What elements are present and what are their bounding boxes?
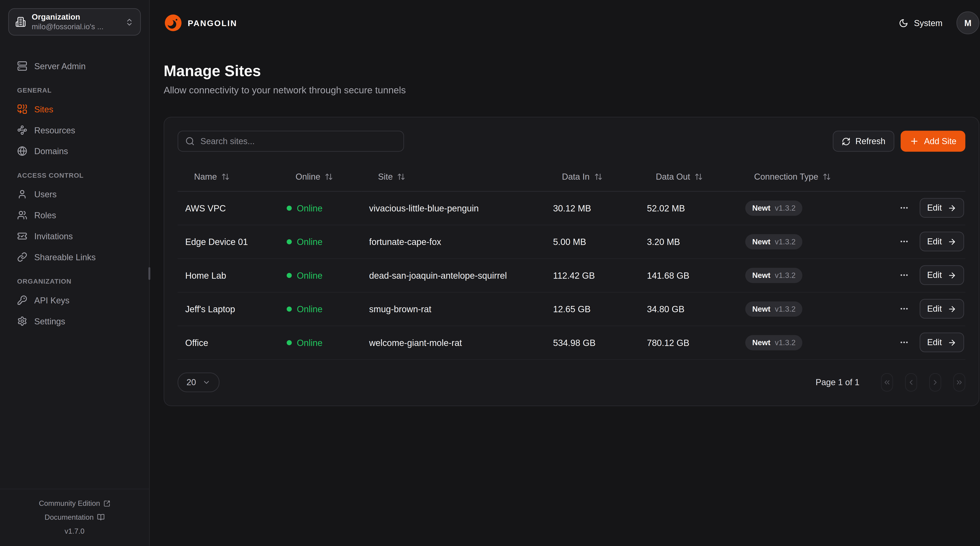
topbar-right: System M [899,11,979,34]
sort-icon [695,173,703,181]
sidebar: Organization milo@fossorial.io's ... Ser… [0,0,150,546]
arrow-right-icon [948,203,956,212]
online-dot-icon [287,206,292,211]
column-header-connection-type[interactable]: Connection Type [738,163,882,191]
ellipsis-icon [899,270,909,280]
connection-badge: Newtv1.3.2 [745,335,802,350]
sites-card: Refresh Add Site [164,117,979,406]
page-size-select[interactable]: 20 [178,372,220,392]
row-menu-button[interactable] [898,336,910,348]
table-header-row: Name Online Site Data In Data Out Connec… [178,163,965,191]
edit-button[interactable]: Edit [920,333,964,352]
pangolin-logo [164,13,183,32]
refresh-label: Refresh [855,136,885,146]
sidebar-item-roles[interactable]: Roles [8,206,141,225]
main-area: PANGOLIN System M Manage Sites Allow con… [150,0,980,546]
pagination: Page 1 of 1 [816,373,965,391]
data-out-value: 780.12 GB [640,326,738,359]
sidebar-item-label: Invitations [34,231,73,241]
combine-icon [17,104,27,114]
app-version: v1.7.0 [65,524,84,538]
row-menu-button[interactable] [898,236,910,247]
status-badge: Online [287,203,323,213]
column-header-data-in[interactable]: Data In [546,163,640,191]
data-in-value: 534.98 GB [546,326,640,359]
page-subtitle: Allow connectivity to your network throu… [164,84,979,95]
chevrons-right-icon [955,378,963,386]
arrow-right-icon [948,338,956,347]
chevrons-up-down-icon [125,18,134,26]
arrow-right-icon [948,304,956,313]
ellipsis-icon [899,338,909,347]
sidebar-item-shareable-links[interactable]: Shareable Links [8,247,141,267]
chevron-left-icon [907,378,915,386]
online-dot-icon [287,239,292,244]
data-in-value: 5.00 MB [546,225,640,259]
community-edition-link[interactable]: Community Edition [39,497,110,510]
globe-icon [17,146,27,156]
edit-button[interactable]: Edit [920,198,964,218]
first-page-button[interactable] [881,373,893,391]
sidebar-item-server-admin[interactable]: Server Admin [8,56,141,75]
next-page-button[interactable] [929,373,941,391]
ellipsis-icon [899,203,909,213]
column-header-site[interactable]: Site [362,163,546,191]
column-header-data-out[interactable]: Data Out [640,163,738,191]
sidebar-item-label: API Keys [34,295,70,305]
sidebar-item-label: Settings [34,316,65,326]
connection-badge: Newtv1.3.2 [745,234,802,249]
row-menu-button[interactable] [898,269,910,281]
edit-button[interactable]: Edit [920,265,964,285]
sidebar-resize-handle[interactable] [148,267,150,280]
theme-toggle[interactable]: System [899,18,942,28]
sidebar-item-users[interactable]: Users [8,185,141,204]
key-icon [17,295,27,305]
server-icon [17,61,27,71]
site-slug: welcome-giant-mole-rat [362,326,546,359]
data-in-value: 30.12 MB [546,191,640,225]
last-page-button[interactable] [953,373,965,391]
row-menu-button[interactable] [898,303,910,315]
column-header-name[interactable]: Name [178,163,279,191]
community-edition-label: Community Edition [39,497,100,510]
sidebar-item-settings[interactable]: Settings [8,311,141,330]
sidebar-item-sites[interactable]: Sites [8,100,141,119]
avatar-initial: M [964,18,971,28]
column-header-actions [882,163,965,191]
documentation-link[interactable]: Documentation [45,510,105,524]
ellipsis-icon [899,237,909,246]
refresh-button[interactable]: Refresh [833,131,894,152]
column-header-online[interactable]: Online [279,163,362,191]
org-selector[interactable]: Organization milo@fossorial.io's ... [8,8,141,35]
edit-button[interactable]: Edit [920,299,964,318]
add-site-button[interactable]: Add Site [900,131,965,152]
edit-button[interactable]: Edit [920,231,964,251]
sidebar-item-label: Roles [34,211,56,220]
site-slug: dead-san-joaquin-antelope-squirrel [362,258,546,292]
card-toolbar: Refresh Add Site [178,131,965,152]
data-in-value: 112.42 GB [546,258,640,292]
sidebar-item-resources[interactable]: Resources [8,121,141,140]
search-box [178,131,404,152]
online-dot-icon [287,307,292,311]
site-slug: fortunate-cape-fox [362,225,546,259]
connection-badge: Newtv1.3.2 [745,301,802,316]
sort-icon [822,173,831,181]
sidebar-item-label: Resources [34,125,75,135]
card-footer: 20 Page 1 of 1 [178,372,965,392]
brand-name: PANGOLIN [188,18,237,28]
toolbar-actions: Refresh Add Site [833,131,965,152]
prev-page-button[interactable] [905,373,917,391]
search-input[interactable] [200,136,396,146]
data-out-value: 34.80 GB [640,292,738,326]
sidebar-item-domains[interactable]: Domains [8,142,141,161]
user-icon [17,189,27,199]
ticket-check-icon [17,231,27,241]
sort-icon [594,173,602,181]
avatar[interactable]: M [956,11,979,34]
site-slug: vivacious-little-blue-penguin [362,191,546,225]
row-menu-button[interactable] [898,202,910,214]
sidebar-item-api-keys[interactable]: API Keys [8,291,141,310]
app-window: Organization milo@fossorial.io's ... Ser… [0,0,980,546]
sidebar-item-invitations[interactable]: Invitations [8,227,141,246]
